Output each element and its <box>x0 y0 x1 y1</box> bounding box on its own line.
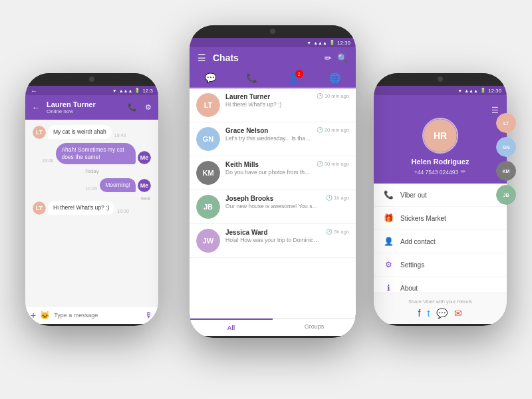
left-status-bar: ← ▼ ▲▲▲ 🔋 12:3 <box>25 86 158 95</box>
menu-label: Stickers Market <box>400 215 446 222</box>
chat-time: 🕐 30 min ago <box>317 161 349 167</box>
chat-time: 🕐 1h ago <box>326 195 349 201</box>
side-avatar: GN <box>496 137 516 157</box>
center-tab-bar: 💬 📞 👤 2 🌐 <box>190 68 356 88</box>
right-status-time: 12:30 <box>488 88 501 94</box>
chat-message: Do you have our photos from the nye? <box>225 169 311 176</box>
settings-icon: ⚙ <box>383 260 394 269</box>
chat-list: LT Lauren Turner Hi there! What's up? :)… <box>190 88 356 318</box>
message-input[interactable] <box>54 312 141 319</box>
msg-row: 19:46 Ahah! Sometimes my cat does the sa… <box>31 143 153 164</box>
menu-list: 📞 Viber out 🎁 Stickers Market 👤 Add cont… <box>374 184 507 293</box>
day-divider: Today <box>31 168 153 174</box>
chat-item[interactable]: LT Lauren Turner Hi there! What's up? :)… <box>190 88 356 122</box>
plus-icon[interactable]: + <box>31 310 36 321</box>
chat-info: Keith Mills Do you have our photos from … <box>225 161 311 176</box>
about-icon: ℹ <box>383 283 394 293</box>
msg-bubble: My cat is weird! ahah <box>48 125 112 139</box>
chat-message: Hi there! What's up? :) <box>225 101 311 108</box>
contact-status: Online now <box>47 108 124 114</box>
avatar: Me <box>138 179 151 192</box>
chat-item[interactable]: KM Keith Mills Do you have our photos fr… <box>190 156 356 190</box>
add-contact-icon: 👤 <box>383 237 394 246</box>
tab-calls[interactable]: 📞 <box>246 72 257 83</box>
stickers-icon: 🎁 <box>383 213 394 223</box>
mic-icon[interactable]: 🎙 <box>145 311 153 320</box>
chat-input-bar: + 🐱 🎙 <box>25 306 158 324</box>
tab-chats[interactable]: 💬 <box>205 72 216 83</box>
chat-name: Jessica Ward <box>225 229 321 236</box>
share-text: Share Viber with your friends <box>379 299 501 305</box>
avatar: GN <box>196 127 220 151</box>
settings-icon[interactable]: ⚙ <box>145 103 152 112</box>
left-phone: ← ▼ ▲▲▲ 🔋 12:3 ← Lauren Turner Online no… <box>25 73 158 326</box>
menu-item-settings[interactable]: ⚙ Settings <box>374 253 507 277</box>
edit-icon[interactable]: ✏ <box>325 53 332 63</box>
chat-message: Let's try this wednesday... Is that alri… <box>225 135 311 142</box>
twitter-icon[interactable]: t <box>428 308 430 319</box>
menu-item-viber-out[interactable]: 📞 Viber out <box>374 184 507 207</box>
center-status-time: 12:30 <box>337 40 350 46</box>
profile-header: ☰ HR Helen Rodriguez +44 7543 024493 ✏ <box>374 95 507 184</box>
avatar: JB <box>196 195 220 219</box>
tab-globe[interactable]: 🌐 <box>329 72 340 83</box>
menu-item-add-contact[interactable]: 👤 Add contact <box>374 230 507 253</box>
left-status-time: 12:3 <box>142 88 153 94</box>
profile-avatar: HR <box>422 118 458 154</box>
tab-contacts[interactable]: 👤 2 <box>288 72 299 83</box>
edit-icon[interactable]: ✏ <box>461 168 466 175</box>
sticker-icon[interactable]: 🐱 <box>40 311 50 320</box>
tab-all[interactable]: All <box>190 319 273 336</box>
profile-phone: +44 7543 024493 <box>414 169 458 176</box>
menu-label: About <box>400 285 418 292</box>
viber-icon[interactable]: 💬 <box>436 308 448 319</box>
viber-out-icon: 📞 <box>383 190 394 200</box>
menu-label: Viber out <box>400 192 427 199</box>
center-header: ☰ Chats ✏ 🔍 <box>190 47 356 68</box>
chat-item[interactable]: JB Joseph Brooks Our new house is awesom… <box>190 190 356 224</box>
side-avatar: LT <box>496 113 516 133</box>
chat-info: Grace Nelson Let's try this wednesday...… <box>225 127 311 142</box>
chat-time: 🕐 20 min ago <box>317 127 349 133</box>
msg-time: 19:43 <box>114 133 126 138</box>
messages-area: LT My cat is weird! ahah 19:43 19:46 Aha… <box>25 120 158 306</box>
header-title: Chats <box>213 53 325 63</box>
menu-item-stickers[interactable]: 🎁 Stickers Market <box>374 207 507 230</box>
chat-name: Joseph Brooks <box>225 195 321 202</box>
side-avatar: JB <box>496 185 516 205</box>
side-avatar: KM <box>496 161 516 181</box>
chat-time: 🕐 10 min ago <box>317 93 349 99</box>
tab-groups[interactable]: Groups <box>273 319 356 336</box>
left-chat-header: ← Lauren Turner Online now 📞 ⚙ <box>25 95 158 120</box>
left-back-icon[interactable]: ← <box>31 87 37 94</box>
chat-info: Jessica Ward Hola! How was your trip to … <box>225 229 321 243</box>
msg-bubble: Ahah! Sometimes my cat does the same! <box>56 143 136 164</box>
msg-row: LT Hi there! What's up? :) 10:30 <box>31 201 153 215</box>
msg-status: Sent <box>31 196 150 201</box>
chat-name: Keith Mills <box>225 161 311 168</box>
avatar: JW <box>196 229 220 253</box>
chat-item[interactable]: GN Grace Nelson Let's try this wednesday… <box>190 122 356 156</box>
call-icon[interactable]: 📞 <box>128 103 137 112</box>
chat-info: Joseph Brooks Our new house is awesome! … <box>225 195 321 209</box>
left-back-btn[interactable]: ← <box>32 103 40 112</box>
msg-time: 10:30 <box>117 209 129 213</box>
right-phone: ▼ ▲▲▲ 🔋 12:30 ☰ HR Helen Rodriguez +44 7… <box>374 73 507 326</box>
bottom-tab-bar: All Groups <box>190 318 356 336</box>
email-icon[interactable]: ✉ <box>454 308 462 319</box>
chat-message: Our new house is awesome! You should com… <box>225 203 321 209</box>
facebook-icon[interactable]: f <box>418 308 421 319</box>
search-icon[interactable]: 🔍 <box>337 53 348 63</box>
msg-bubble: Hi there! What's up? :) <box>48 201 114 215</box>
share-bar: Share Viber with your friends f t 💬 ✉ <box>374 293 507 324</box>
avatar: LT <box>33 126 46 139</box>
chat-info: Lauren Turner Hi there! What's up? :) <box>225 93 311 108</box>
msg-row: 10:20 Moorning! Me <box>31 178 153 192</box>
menu-icon[interactable]: ☰ <box>198 53 206 63</box>
chat-item[interactable]: JW Jessica Ward Hola! How was your trip … <box>190 224 356 258</box>
msg-time: 10:20 <box>86 186 98 191</box>
center-phone: ▼ ▲▲▲ 🔋 12:30 ☰ Chats ✏ 🔍 💬 📞 👤 2 � <box>190 25 356 338</box>
menu-item-about[interactable]: ℹ About <box>374 277 507 293</box>
profile-name: Helen Rodriguez <box>382 158 499 166</box>
social-icons: f t 💬 ✉ <box>379 308 501 319</box>
